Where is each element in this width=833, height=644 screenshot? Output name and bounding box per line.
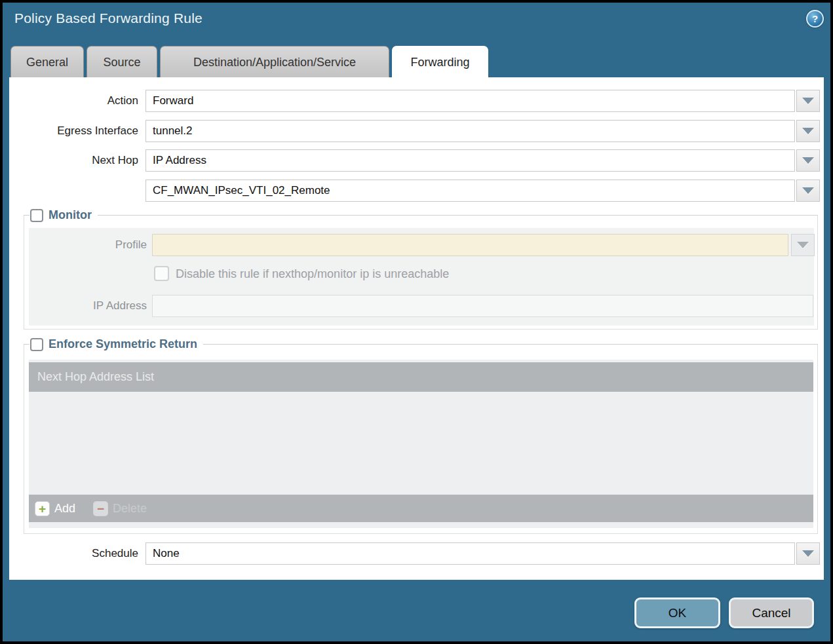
legend-line (98, 215, 818, 216)
symmetric-return-section-title: Enforce Symmetric Return (48, 337, 197, 351)
next-hop-address-table-toolbar: + Add − Delete (29, 495, 813, 522)
egress-interface-label: Egress Interface (9, 120, 138, 142)
profile-dropdown-button[interactable] (791, 234, 815, 256)
action-input[interactable] (145, 90, 795, 112)
monitor-section-title: Monitor (48, 208, 92, 222)
egress-interface-dropdown-button[interactable] (796, 120, 820, 142)
tab-source[interactable]: Source (87, 46, 157, 77)
cancel-button[interactable]: Cancel (729, 597, 814, 628)
tab-destination-application-service[interactable]: Destination/Application/Service (160, 46, 389, 77)
next-hop-address-dropdown-button[interactable] (796, 180, 820, 202)
legend-line (24, 215, 29, 216)
next-hop-type-dropdown-button[interactable] (796, 149, 820, 172)
next-hop-address-list-header: Next Hop Address List (29, 362, 813, 392)
chevron-down-icon (797, 242, 809, 248)
add-button[interactable]: + Add (35, 501, 75, 516)
chevron-down-icon (802, 128, 814, 134)
delete-icon: − (93, 501, 108, 516)
action-label: Action (9, 90, 138, 112)
monitor-ip-address-input[interactable] (152, 295, 813, 317)
monitor-legend: Monitor (24, 208, 818, 222)
legend-line (24, 344, 29, 345)
next-hop-label: Next Hop (9, 149, 138, 172)
legend-line (203, 344, 818, 345)
next-hop-type-input[interactable] (145, 149, 795, 172)
screen: Policy Based Forwarding Rule ? General S… (0, 0, 833, 644)
monitor-ip-address-label: IP Address (29, 295, 147, 317)
schedule-dropdown-button[interactable] (796, 542, 820, 565)
next-hop-address-input[interactable] (145, 180, 795, 202)
symmetric-return-legend: Enforce Symmetric Return (24, 337, 818, 351)
schedule-input[interactable] (145, 542, 795, 565)
add-icon: + (35, 501, 50, 516)
enforce-symmetric-return-checkbox[interactable] (30, 338, 43, 351)
monitor-checkbox[interactable] (30, 209, 43, 222)
profile-label: Profile (29, 234, 147, 256)
tab-forwarding[interactable]: Forwarding (392, 46, 488, 78)
dialog-title: Policy Based Forwarding Rule (14, 10, 203, 26)
delete-button-label: Delete (113, 502, 147, 516)
tab-general[interactable]: General (10, 46, 84, 77)
egress-interface-input[interactable] (145, 120, 795, 142)
chevron-down-icon (802, 187, 814, 194)
ok-button[interactable]: OK (634, 597, 720, 628)
profile-input[interactable] (152, 234, 788, 256)
action-dropdown-button[interactable] (796, 90, 820, 112)
next-hop-address-table: Next Hop Address List + Add − Delete (29, 360, 813, 528)
disable-rule-checkbox[interactable] (154, 266, 169, 281)
help-icon[interactable]: ? (806, 10, 824, 28)
delete-button[interactable]: − Delete (93, 501, 147, 516)
chevron-down-icon (802, 550, 814, 557)
disable-rule-label: Disable this rule if nexthop/monitor ip … (176, 267, 449, 282)
add-button-label: Add (54, 502, 75, 516)
schedule-label: Schedule (9, 542, 138, 565)
chevron-down-icon (802, 98, 814, 104)
chevron-down-icon (802, 157, 814, 164)
